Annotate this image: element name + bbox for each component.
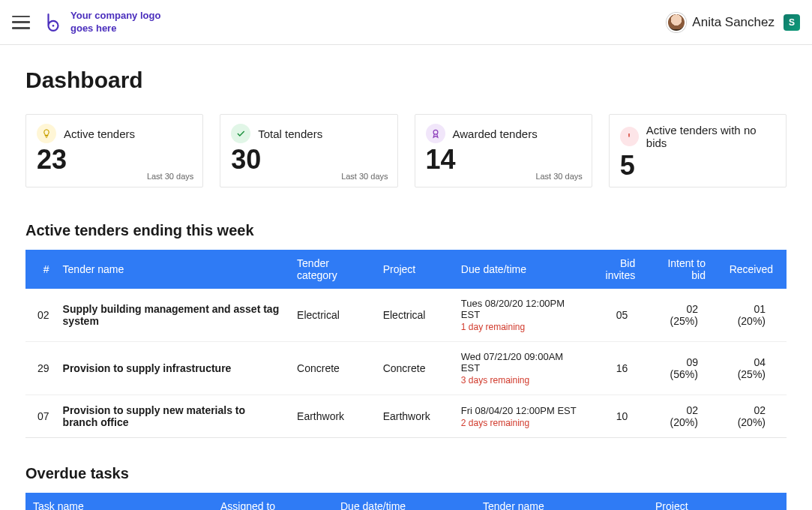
cell-received: 01 (20%): [719, 289, 787, 342]
col-due[interactable]: Due date/time: [333, 493, 475, 510]
col-project[interactable]: Project: [648, 493, 787, 510]
cell-invites: 05: [586, 289, 649, 342]
cell-invites: 10: [586, 395, 649, 438]
col-invites[interactable]: Bid invites: [586, 250, 649, 289]
alert-icon: [620, 127, 639, 146]
table-header-row: Task name Assigned to Due date/time Tend…: [25, 493, 787, 510]
cell-name: Provision to supply infrastructure: [55, 342, 290, 395]
page-title: Dashboard: [25, 68, 787, 93]
section-active-tenders: Active tenders ending this week: [25, 222, 787, 239]
card-value: 23: [37, 146, 192, 173]
card-label: Active tenders: [64, 128, 135, 140]
svg-point-1: [433, 130, 438, 134]
cell-invites: 16: [586, 342, 649, 395]
cell-project: Concrete: [376, 342, 454, 395]
logo-text: Your company logo goes here: [70, 10, 160, 34]
cell-name: Supply building management and asset tag…: [55, 289, 290, 342]
stat-cards: Active tenders 23 Last 30 days Total ten…: [25, 114, 787, 188]
logo-mark-icon: [43, 13, 63, 32]
col-num[interactable]: #: [25, 250, 55, 289]
col-intent[interactable]: Intent to bid: [649, 250, 719, 289]
cell-name: Provision to supply new materials to bra…: [55, 395, 290, 438]
card-label: Total tenders: [258, 128, 322, 140]
page-content: Dashboard Active tenders 23 Last 30 days…: [0, 45, 812, 510]
user-name[interactable]: Anita Sanchez: [692, 15, 775, 30]
cell-num: 07: [25, 395, 55, 438]
menu-button[interactable]: [12, 16, 30, 29]
cell-intent: 02 (25%): [649, 289, 719, 342]
cell-intent: 09 (56%): [649, 342, 719, 395]
cell-cat: Electrical: [289, 289, 376, 342]
card-awarded-tenders[interactable]: Awarded tenders 14 Last 30 days: [415, 114, 592, 188]
cell-due: Fri 08/04/20 12:00PM EST2 days remaining: [454, 395, 586, 438]
avatar[interactable]: [667, 13, 686, 32]
card-sub: Last 30 days: [147, 172, 193, 181]
sharepoint-icon[interactable]: S: [784, 14, 800, 31]
top-bar: Your company logo goes here Anita Sanche…: [0, 0, 812, 45]
overdue-tasks-table: Task name Assigned to Due date/time Tend…: [25, 493, 787, 510]
col-name[interactable]: Tender name: [55, 250, 290, 289]
cell-due: Tues 08/20/20 12:00PM EST1 day remaining: [454, 289, 586, 342]
card-value: 5: [620, 152, 775, 179]
card-active-tenders[interactable]: Active tenders 23 Last 30 days: [25, 114, 203, 188]
card-no-bids[interactable]: Active tenders with no bids 5: [609, 114, 787, 188]
col-project[interactable]: Project: [376, 250, 454, 289]
table-header-row: # Tender name Tender category Project Du…: [25, 250, 787, 289]
col-due[interactable]: Due date/time: [454, 250, 586, 289]
cell-cat: Earthwork: [289, 395, 376, 438]
table-row[interactable]: 02Supply building management and asset t…: [25, 289, 787, 342]
table-row[interactable]: 07Provision to supply new materials to b…: [25, 395, 787, 438]
table-row[interactable]: 29Provision to supply infrastructureConc…: [25, 342, 787, 395]
section-overdue-tasks: Overdue tasks: [25, 465, 787, 482]
col-task[interactable]: Task name: [25, 493, 213, 510]
active-tenders-table: # Tender name Tender category Project Du…: [25, 250, 787, 438]
card-sub: Last 30 days: [341, 172, 388, 181]
col-tender[interactable]: Tender name: [475, 493, 648, 510]
logo[interactable]: Your company logo goes here: [43, 10, 160, 34]
cell-project: Electrical: [376, 289, 454, 342]
col-received[interactable]: Received: [719, 250, 787, 289]
lightbulb-icon: [37, 124, 56, 143]
award-icon: [426, 124, 445, 143]
card-value: 14: [426, 146, 581, 173]
cell-received: 04 (25%): [719, 342, 787, 395]
card-label: Awarded tenders: [453, 128, 538, 140]
cell-num: 02: [25, 289, 55, 342]
col-assigned[interactable]: Assigned to: [213, 493, 333, 510]
card-label: Active tenders with no bids: [646, 124, 775, 149]
cell-project: Earthwork: [376, 395, 454, 438]
svg-point-0: [52, 25, 55, 27]
card-total-tenders[interactable]: Total tenders 30 Last 30 days: [220, 114, 397, 188]
cell-intent: 02 (20%): [649, 395, 719, 438]
cell-cat: Concrete: [289, 342, 376, 395]
cell-num: 29: [25, 342, 55, 395]
check-icon: [231, 124, 250, 143]
cell-received: 02 (20%): [719, 395, 787, 438]
card-sub: Last 30 days: [535, 172, 582, 181]
card-value: 30: [231, 146, 386, 173]
col-cat[interactable]: Tender category: [289, 250, 376, 289]
cell-due: Wed 07/21/20 09:00AM EST3 days remaining: [454, 342, 586, 395]
